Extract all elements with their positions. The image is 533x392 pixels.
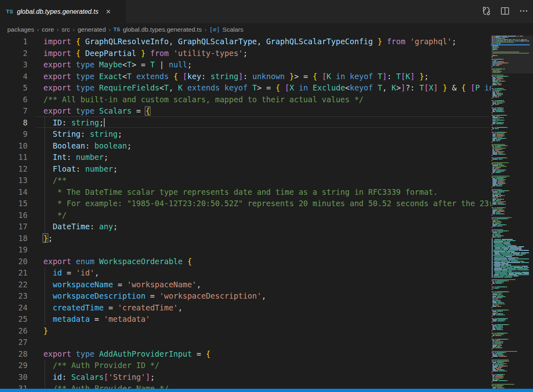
token: > =: [257, 83, 275, 92]
token: AddAuthProviderInput: [99, 349, 192, 358]
breadcrumb-item-core[interactable]: core: [42, 26, 54, 33]
open-changes-button[interactable]: [481, 6, 492, 17]
minimap-line: [491, 211, 533, 212]
code-line[interactable]: /** Auth Provider ID */: [0, 360, 159, 371]
minimap-line: [491, 232, 533, 233]
token: [95, 83, 99, 92]
code-line[interactable]: id = 'id',: [0, 267, 99, 279]
minimap-line: [491, 269, 533, 270]
minimap-line: [491, 172, 533, 173]
token: > =: [131, 60, 150, 69]
token: in: [484, 83, 491, 92]
code-line[interactable]: /** All built-in and custom scalars, map…: [0, 94, 363, 106]
code-line[interactable]: workspaceDescription = 'workspaceDescrip…: [0, 290, 266, 302]
token: :: [201, 72, 211, 81]
token: [438, 83, 443, 92]
split-editor-button[interactable]: [500, 6, 510, 17]
minimap-line: [491, 263, 533, 264]
code-editor[interactable]: 1import { GraphQLResolveInfo, GraphQLSca…: [0, 36, 533, 392]
token: :: [62, 118, 71, 127]
minimap-line: [491, 346, 533, 347]
code-line[interactable]: Int: number;: [0, 151, 108, 163]
minimap-line: [491, 90, 533, 91]
code-line[interactable]: */: [0, 209, 67, 221]
code-line[interactable]: ID: string;: [0, 117, 104, 129]
code-line[interactable]: export type Maybe<T> = T | null;: [0, 59, 192, 71]
minimap-line: [491, 76, 533, 77]
minimap-line: [491, 277, 533, 278]
token: ;: [150, 373, 155, 381]
breadcrumb-item-generated[interactable]: generated: [77, 26, 106, 33]
code-line[interactable]: import { DeepPartial } from 'utility-typ…: [0, 47, 247, 59]
token: >: [396, 83, 401, 92]
minimap[interactable]: [491, 36, 533, 392]
minimap-line: [491, 78, 533, 79]
token: =: [192, 349, 206, 358]
code-line[interactable]: export type Exact<T extends { [key: stri…: [0, 71, 429, 82]
minimap-line: [491, 170, 533, 170]
breadcrumb-item-symbol[interactable]: Scalars: [222, 26, 243, 33]
minimap-line: [491, 120, 533, 121]
token: createdTime: [53, 303, 104, 312]
code-line[interactable]: id: Scalars['String'];: [0, 371, 155, 383]
token: T: [127, 60, 131, 69]
minimap-slider[interactable]: [491, 36, 533, 73]
code-line[interactable]: [0, 244, 43, 256]
minimap-line: [491, 209, 533, 209]
code-line[interactable]: export enum WorkspaceOrderable {: [0, 256, 192, 267]
code-line[interactable]: DateTime: any;: [0, 221, 118, 233]
minimap-line: [491, 244, 533, 245]
token: [: [401, 72, 405, 81]
code-line[interactable]: export type RequireFields<T, K extends k…: [0, 82, 491, 94]
code-line[interactable]: }: [0, 325, 48, 337]
tab-global-db-types[interactable]: TS global.db.types.generated.ts ✕: [0, 0, 126, 23]
status-bar[interactable]: [0, 389, 533, 392]
code-line[interactable]: workspaceName = 'workspaceName',: [0, 279, 201, 291]
token: [136, 49, 141, 58]
token: <: [123, 72, 127, 81]
minimap-line: [491, 272, 533, 273]
breadcrumb-item-src[interactable]: src: [62, 26, 70, 33]
token: number: [76, 153, 104, 162]
code-line[interactable]: Float: number;: [0, 163, 118, 175]
token: keyof: [224, 83, 247, 92]
code-line[interactable]: * For example: "1985-04-12T23:20:50.52Z"…: [0, 198, 491, 209]
code-line[interactable]: createdTime = 'createdTime',: [0, 302, 183, 314]
code-line[interactable]: String: string;: [0, 128, 123, 140]
minimap-line: [491, 339, 533, 340]
token: */: [43, 211, 67, 220]
code-line[interactable]: export type AddAuthProviderInput = {: [0, 348, 211, 360]
token: Exclude: [313, 83, 345, 92]
minimap-line: [491, 329, 533, 330]
minimap-line: [491, 312, 533, 313]
token: [43, 222, 53, 231]
token: /** All built-in and custom scalars, map…: [43, 95, 363, 104]
code-line[interactable]: * The DateTime scalar type represents da…: [0, 186, 438, 198]
breadcrumb-item-file[interactable]: global.db.types.generated.ts: [123, 26, 202, 33]
more-actions-button[interactable]: [518, 6, 529, 17]
code-line[interactable]: Boolean: boolean;: [0, 140, 131, 152]
code-line[interactable]: export type Scalars = {: [0, 105, 150, 117]
token: [: [104, 373, 108, 381]
bracket-match-highlight: [43, 233, 48, 243]
minimap-line: [491, 136, 533, 136]
minimap-line: [491, 295, 533, 296]
token: [71, 349, 76, 358]
minimap-line: [491, 212, 533, 213]
minimap-line: [491, 300, 533, 301]
token: [317, 72, 322, 81]
code-line[interactable]: /**: [0, 174, 67, 186]
code-line[interactable]: [0, 336, 43, 348]
close-tab-icon[interactable]: ✕: [104, 7, 113, 16]
token: [382, 37, 387, 46]
token: [183, 83, 187, 92]
code-area[interactable]: 1import { GraphQLResolveInfo, GraphQLSca…: [0, 36, 491, 392]
minimap-line: [491, 222, 533, 223]
breadcrumb-item-packages[interactable]: packages: [7, 26, 34, 33]
code-line[interactable]: import { GraphQLResolveInfo, GraphQLScal…: [0, 36, 456, 47]
token: any: [99, 222, 113, 231]
minimap-line: [491, 129, 533, 130]
code-line[interactable]: metadata = 'metadata': [0, 313, 150, 325]
minimap-line: [491, 198, 533, 198]
token: [43, 280, 53, 289]
